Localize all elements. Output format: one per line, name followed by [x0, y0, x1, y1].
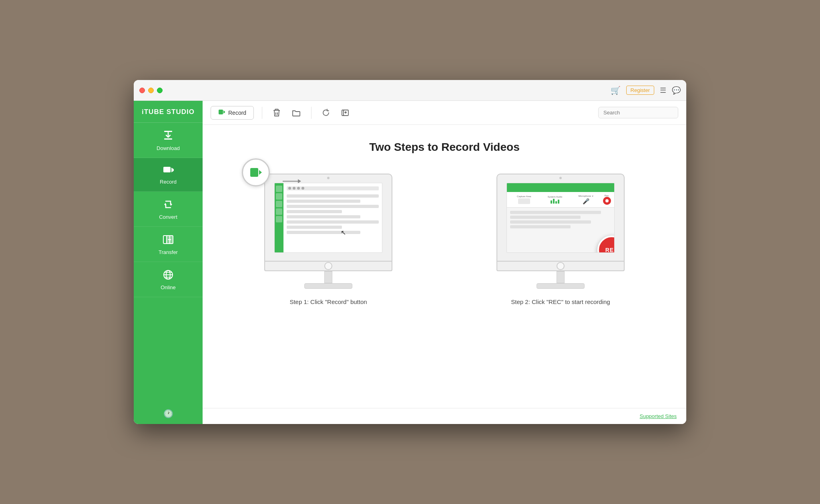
step2-label: Step 2: Click "REC" to start recording [511, 298, 610, 305]
step1-sidebar [275, 183, 283, 252]
toolbar-dots [288, 187, 304, 190]
t-dot-2 [293, 187, 295, 190]
sidebar-convert-label: Convert [159, 214, 177, 220]
sidebar-item-transfer[interactable]: Transfer [134, 227, 203, 262]
sidebar-item-record[interactable]: Record [134, 158, 203, 192]
content-line-4 [287, 210, 342, 213]
main-layout: iTUBE STUDIO Download [134, 101, 686, 424]
audio-bar-1 [551, 200, 552, 204]
svg-rect-0 [164, 131, 172, 132]
t-dot-3 [297, 187, 300, 190]
chat-icon[interactable]: 💬 [672, 86, 681, 95]
sidebar-dot-4 [276, 208, 282, 215]
svg-rect-11 [219, 110, 223, 114]
list-icon[interactable]: ☰ [660, 86, 666, 95]
step2-rec-section: Rec. [603, 194, 611, 205]
svg-rect-17 [250, 168, 258, 177]
register-button[interactable]: Register [626, 86, 654, 95]
step2-green-bar [507, 183, 614, 192]
step2-audio-section: System Audio [541, 196, 569, 204]
monitor-base-2 [537, 283, 585, 289]
monitor-base-1 [304, 283, 352, 289]
sidebar-record-label: Record [160, 179, 177, 185]
steps-container: ↖ Step 1: Click "Record" b [227, 174, 662, 396]
delete-button[interactable] [270, 107, 283, 119]
monitor-circle-1 [324, 262, 332, 270]
toolbar: Record [203, 101, 686, 125]
sidebar-dot-3 [276, 201, 282, 207]
toolbar-divider-2 [311, 107, 312, 119]
step2-capture-section: Capture Area [510, 195, 538, 204]
content-line-6 [287, 220, 379, 224]
step2-audio-label: System Audio [548, 196, 563, 198]
record-button[interactable]: Record [211, 106, 254, 120]
content-line-8 [287, 231, 360, 234]
svg-marker-5 [164, 203, 166, 206]
monitor-screen-2: Capture Area System Audio [496, 174, 625, 262]
t-dot-1 [288, 187, 291, 190]
folder-button[interactable] [289, 108, 303, 118]
cart-icon[interactable]: 🛒 [611, 86, 621, 95]
content-line-5 [287, 215, 360, 218]
record-btn-video-icon [218, 109, 225, 116]
monitor-bezel-top-2 [559, 177, 562, 179]
sidebar-online-label: Online [161, 284, 176, 290]
svg-marker-3 [171, 168, 174, 172]
step2-mic-section: Microphone ∨ 🎤 [572, 194, 600, 204]
app-title: iTUBE STUDIO [142, 108, 195, 116]
traffic-lights [139, 88, 163, 93]
cursor-icon: ↖ [341, 229, 346, 236]
app-window: 🛒 Register ☰ 💬 iTUBE STUDIO [134, 80, 686, 424]
sidebar-nav: Download Record [134, 123, 203, 403]
maximize-button[interactable] [157, 88, 163, 93]
monitor-bezel-top-1 [327, 177, 330, 179]
monitor-bottom-1 [264, 262, 392, 271]
content-line-7 [287, 226, 342, 229]
search-input[interactable] [598, 107, 678, 118]
monitor-bottom-2 [496, 262, 625, 271]
import-button[interactable] [339, 107, 352, 118]
sidebar-dot-5 [276, 216, 282, 222]
step2-capture-label: Capture Area [517, 195, 531, 198]
supported-sites-link[interactable]: Supported Sites [639, 413, 677, 419]
online-icon [163, 269, 174, 282]
svg-marker-4 [171, 203, 172, 206]
sidebar-item-online[interactable]: Online [134, 262, 203, 297]
rec-text: REC [605, 247, 615, 253]
svg-marker-18 [259, 170, 262, 175]
step-1: ↖ Step 1: Click "Record" b [232, 174, 424, 305]
monitor-inner-2: Capture Area System Audio [506, 183, 615, 253]
monitor-neck-1 [324, 271, 332, 283]
convert-icon [163, 199, 174, 212]
history-icon[interactable]: 🕐 [163, 409, 173, 418]
step2-mic-label: Microphone ∨ [579, 194, 593, 197]
monitor-inner-1: ↖ [274, 183, 382, 253]
step1-toolbar [287, 186, 379, 190]
minimize-button[interactable] [148, 88, 154, 93]
sidebar-item-download[interactable]: Download [134, 123, 203, 158]
record-overlay [242, 158, 270, 186]
sidebar-dot-1 [276, 186, 282, 192]
step1-lines [287, 193, 379, 234]
step2-toolbar: Capture Area System Audio [507, 192, 614, 208]
sidebar-transfer-label: Transfer [159, 249, 178, 255]
record-btn-label: Record [228, 110, 246, 116]
sidebar-item-convert[interactable]: Convert [134, 192, 203, 227]
monitor-neck-2 [557, 271, 565, 283]
close-button[interactable] [139, 88, 145, 93]
refresh-button[interactable] [320, 107, 332, 118]
titlebar: 🛒 Register ☰ 💬 [134, 80, 686, 101]
monitor-circle-2 [557, 262, 565, 270]
sidebar-dot-2 [276, 193, 282, 200]
step1-label: Step 1: Click "Record" button [289, 298, 367, 305]
sidebar-footer: 🕐 [134, 403, 203, 424]
download-icon [163, 130, 174, 143]
content-line-3 [287, 205, 379, 208]
content-line-2 [287, 200, 360, 203]
record-icon [163, 165, 174, 176]
monitor-1: ↖ [264, 174, 392, 289]
step-2: Capture Area System Audio [464, 174, 657, 305]
t-dot-4 [301, 187, 304, 190]
step1-main-area: ↖ [283, 183, 382, 252]
transfer-icon [163, 234, 174, 247]
